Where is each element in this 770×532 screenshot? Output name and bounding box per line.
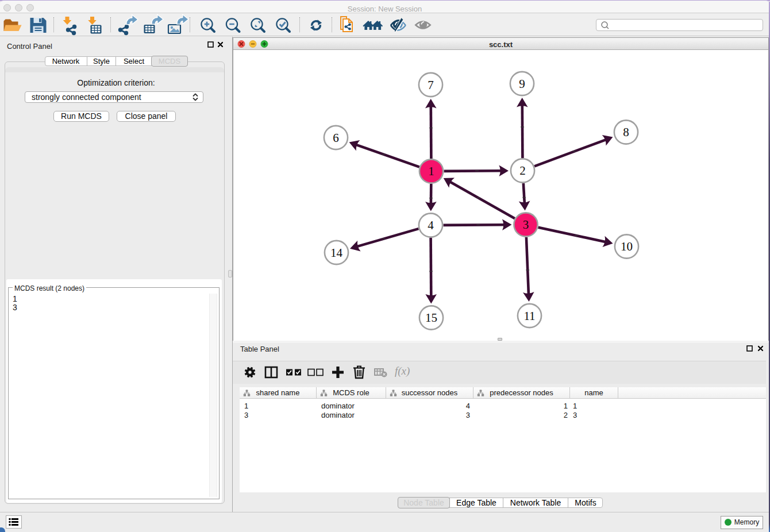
svg-text:15: 15 [425, 311, 437, 325]
svg-text:6: 6 [333, 131, 339, 145]
svg-text:2: 2 [519, 164, 526, 178]
svg-text:1: 1 [428, 164, 434, 178]
svg-text:14: 14 [330, 246, 343, 260]
svg-text:8: 8 [623, 125, 629, 139]
svg-text:4: 4 [428, 218, 434, 232]
svg-text:10: 10 [621, 240, 633, 253]
svg-text:9: 9 [519, 77, 525, 91]
svg-text:3: 3 [523, 218, 529, 232]
svg-text:7: 7 [428, 78, 434, 92]
svg-text:11: 11 [523, 309, 535, 323]
